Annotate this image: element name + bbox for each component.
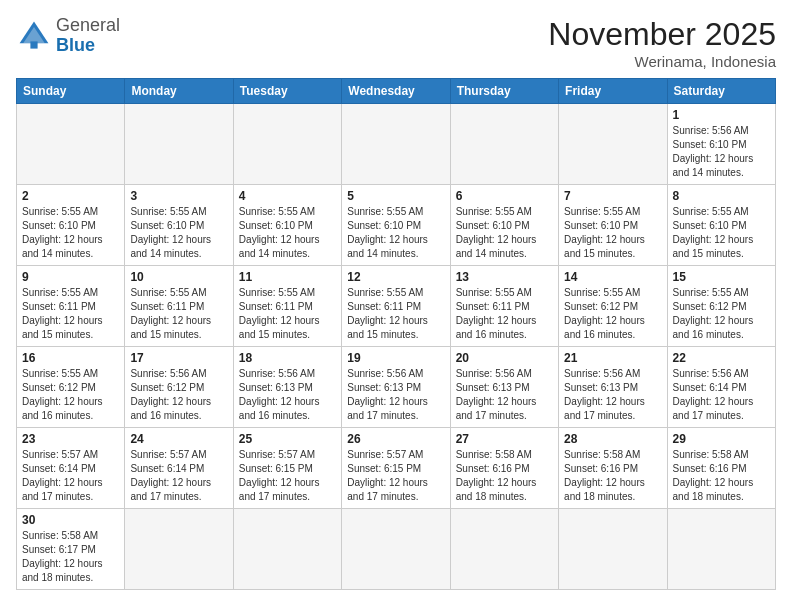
calendar-cell: 26Sunrise: 5:57 AMSunset: 6:15 PMDayligh… bbox=[342, 428, 450, 509]
header-monday: Monday bbox=[125, 79, 233, 104]
calendar-cell: 15Sunrise: 5:55 AMSunset: 6:12 PMDayligh… bbox=[667, 266, 775, 347]
calendar-cell: 28Sunrise: 5:58 AMSunset: 6:16 PMDayligh… bbox=[559, 428, 667, 509]
calendar-cell: 3Sunrise: 5:55 AMSunset: 6:10 PMDaylight… bbox=[125, 185, 233, 266]
calendar-cell bbox=[342, 509, 450, 590]
calendar-cell bbox=[233, 104, 341, 185]
calendar-cell: 24Sunrise: 5:57 AMSunset: 6:14 PMDayligh… bbox=[125, 428, 233, 509]
svg-rect-2 bbox=[30, 41, 37, 48]
calendar-cell: 16Sunrise: 5:55 AMSunset: 6:12 PMDayligh… bbox=[17, 347, 125, 428]
calendar-row-4: 23Sunrise: 5:57 AMSunset: 6:14 PMDayligh… bbox=[17, 428, 776, 509]
calendar-cell bbox=[342, 104, 450, 185]
title-block: November 2025 Werinama, Indonesia bbox=[548, 16, 776, 70]
calendar-cell: 20Sunrise: 5:56 AMSunset: 6:13 PMDayligh… bbox=[450, 347, 558, 428]
calendar-cell bbox=[233, 509, 341, 590]
calendar-cell: 13Sunrise: 5:55 AMSunset: 6:11 PMDayligh… bbox=[450, 266, 558, 347]
calendar-cell bbox=[450, 509, 558, 590]
page-header: General Blue November 2025 Werinama, Ind… bbox=[16, 16, 776, 70]
calendar-cell: 8Sunrise: 5:55 AMSunset: 6:10 PMDaylight… bbox=[667, 185, 775, 266]
calendar-row-3: 16Sunrise: 5:55 AMSunset: 6:12 PMDayligh… bbox=[17, 347, 776, 428]
header-thursday: Thursday bbox=[450, 79, 558, 104]
header-saturday: Saturday bbox=[667, 79, 775, 104]
calendar-cell: 17Sunrise: 5:56 AMSunset: 6:12 PMDayligh… bbox=[125, 347, 233, 428]
calendar-cell bbox=[125, 104, 233, 185]
calendar-cell bbox=[559, 104, 667, 185]
calendar-cell bbox=[667, 509, 775, 590]
calendar-cell: 25Sunrise: 5:57 AMSunset: 6:15 PMDayligh… bbox=[233, 428, 341, 509]
logo-icon bbox=[16, 18, 52, 54]
calendar-cell: 29Sunrise: 5:58 AMSunset: 6:16 PMDayligh… bbox=[667, 428, 775, 509]
calendar-row-2: 9Sunrise: 5:55 AMSunset: 6:11 PMDaylight… bbox=[17, 266, 776, 347]
calendar-cell bbox=[450, 104, 558, 185]
calendar-cell: 12Sunrise: 5:55 AMSunset: 6:11 PMDayligh… bbox=[342, 266, 450, 347]
header-sunday: Sunday bbox=[17, 79, 125, 104]
header-tuesday: Tuesday bbox=[233, 79, 341, 104]
calendar-cell: 21Sunrise: 5:56 AMSunset: 6:13 PMDayligh… bbox=[559, 347, 667, 428]
logo-general: General bbox=[56, 15, 120, 35]
calendar-table: Sunday Monday Tuesday Wednesday Thursday… bbox=[16, 78, 776, 590]
header-wednesday: Wednesday bbox=[342, 79, 450, 104]
calendar-cell: 19Sunrise: 5:56 AMSunset: 6:13 PMDayligh… bbox=[342, 347, 450, 428]
logo: General Blue bbox=[16, 16, 120, 56]
calendar-cell: 6Sunrise: 5:55 AMSunset: 6:10 PMDaylight… bbox=[450, 185, 558, 266]
logo-blue: Blue bbox=[56, 35, 95, 55]
calendar-cell: 1Sunrise: 5:56 AMSunset: 6:10 PMDaylight… bbox=[667, 104, 775, 185]
calendar-cell: 9Sunrise: 5:55 AMSunset: 6:11 PMDaylight… bbox=[17, 266, 125, 347]
calendar-cell bbox=[559, 509, 667, 590]
calendar-cell: 22Sunrise: 5:56 AMSunset: 6:14 PMDayligh… bbox=[667, 347, 775, 428]
calendar-cell: 2Sunrise: 5:55 AMSunset: 6:10 PMDaylight… bbox=[17, 185, 125, 266]
weekday-header-row: Sunday Monday Tuesday Wednesday Thursday… bbox=[17, 79, 776, 104]
calendar-cell: 4Sunrise: 5:55 AMSunset: 6:10 PMDaylight… bbox=[233, 185, 341, 266]
calendar-row-0: 1Sunrise: 5:56 AMSunset: 6:10 PMDaylight… bbox=[17, 104, 776, 185]
header-friday: Friday bbox=[559, 79, 667, 104]
calendar-cell: 18Sunrise: 5:56 AMSunset: 6:13 PMDayligh… bbox=[233, 347, 341, 428]
calendar-cell: 30Sunrise: 5:58 AMSunset: 6:17 PMDayligh… bbox=[17, 509, 125, 590]
calendar-cell: 14Sunrise: 5:55 AMSunset: 6:12 PMDayligh… bbox=[559, 266, 667, 347]
calendar-cell: 11Sunrise: 5:55 AMSunset: 6:11 PMDayligh… bbox=[233, 266, 341, 347]
calendar-row-5: 30Sunrise: 5:58 AMSunset: 6:17 PMDayligh… bbox=[17, 509, 776, 590]
calendar-cell: 10Sunrise: 5:55 AMSunset: 6:11 PMDayligh… bbox=[125, 266, 233, 347]
calendar-cell: 27Sunrise: 5:58 AMSunset: 6:16 PMDayligh… bbox=[450, 428, 558, 509]
logo-text: General Blue bbox=[56, 16, 120, 56]
calendar-cell: 23Sunrise: 5:57 AMSunset: 6:14 PMDayligh… bbox=[17, 428, 125, 509]
calendar-cell: 5Sunrise: 5:55 AMSunset: 6:10 PMDaylight… bbox=[342, 185, 450, 266]
calendar-cell: 7Sunrise: 5:55 AMSunset: 6:10 PMDaylight… bbox=[559, 185, 667, 266]
calendar-cell bbox=[125, 509, 233, 590]
calendar-row-1: 2Sunrise: 5:55 AMSunset: 6:10 PMDaylight… bbox=[17, 185, 776, 266]
calendar-cell bbox=[17, 104, 125, 185]
location: Werinama, Indonesia bbox=[548, 53, 776, 70]
month-title: November 2025 bbox=[548, 16, 776, 53]
